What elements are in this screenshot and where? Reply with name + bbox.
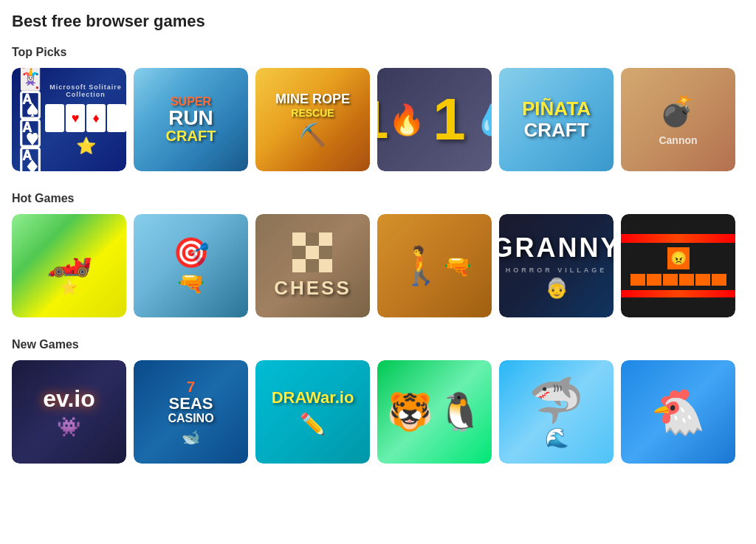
game-card-pinatacraft[interactable]: PIÑATA CRAFT	[499, 68, 614, 171]
games-row-top-picks: Microsoft Solitaire Collection ♠️ ♥️ ♦️ …	[12, 68, 744, 171]
game-card-babyshark[interactable]: 🦈 🌊	[499, 360, 614, 464]
page-title: Best free browser games	[12, 12, 744, 31]
game-card-cannon[interactable]: 💣 Cannon	[621, 68, 735, 171]
game-card-seas[interactable]: 7 SEAS CASINO 🐋	[134, 360, 248, 464]
games-row-new-games: ev.io 👾 7 SEAS CASINO 🐋 DRAWar.io ✏️ 🐯 🐧…	[12, 360, 744, 464]
game-card-chess[interactable]: CHESS	[255, 214, 370, 317]
game-card-evio[interactable]: ev.io 👾	[12, 360, 126, 464]
game-card-solitaire[interactable]: Microsoft Solitaire Collection ♠️ ♥️ ♦️ …	[12, 68, 126, 171]
games-row-hot-games: 🏎️ ⭐ 🎯 🔫 CHESS 🚶 🔫 GRANNY HORROR VILLAGE…	[12, 214, 744, 317]
game-card-gta[interactable]: 🚶 🔫	[377, 214, 492, 317]
section-new-games: New Games ev.io 👾 7 SEAS CASINO 🐋 DRAWar…	[12, 338, 744, 464]
game-card-animals[interactable]: 🐯 🐧	[377, 360, 492, 464]
game-card-chicken[interactable]: 🐔	[621, 360, 735, 464]
game-card-superruncraft[interactable]: SUPER RUN CRAFT	[134, 68, 248, 171]
game-card-shooter[interactable]: 🎯 🔫	[134, 214, 248, 317]
game-card-fireboy[interactable]: 🔥 1 💧	[377, 68, 492, 171]
section-hot-games: Hot Games 🏎️ ⭐ 🎯 🔫 CHESS 🚶 🔫 GRANNY HORR…	[12, 192, 744, 317]
game-card-racing[interactable]: 🏎️ ⭐	[12, 214, 126, 317]
section-heading-new-games: New Games	[12, 338, 744, 351]
game-card-minerope[interactable]: MINE ROPE RESCUE ⛏️	[255, 68, 370, 171]
section-heading-top-picks: Top Picks	[12, 46, 744, 59]
section-heading-hot-games: Hot Games	[12, 192, 744, 205]
game-card-drawario[interactable]: DRAWar.io ✏️	[255, 360, 370, 464]
section-top-picks: Top Picks Microsoft Solitaire Collection…	[12, 46, 744, 171]
game-card-granny[interactable]: GRANNY HORROR VILLAGE 👵	[499, 214, 614, 317]
game-card-obstacle[interactable]: 😠	[621, 214, 735, 317]
